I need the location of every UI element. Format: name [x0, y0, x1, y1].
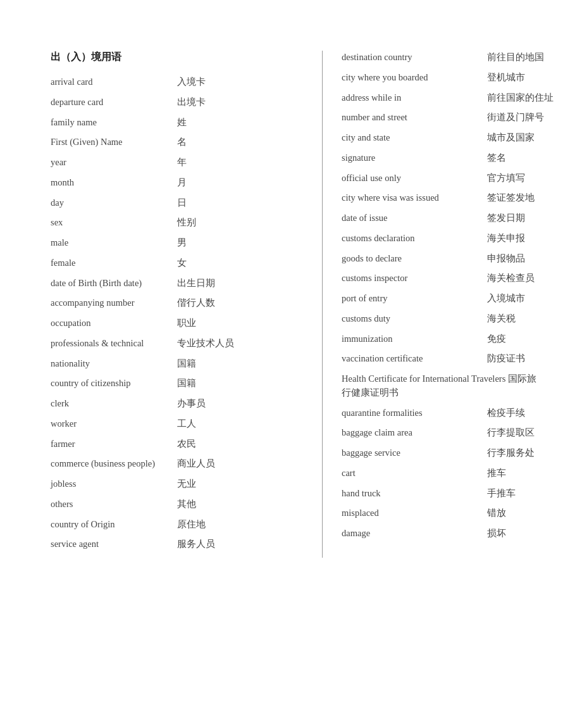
- list-item: accompanying number偕行人数: [51, 296, 303, 310]
- vocab-english: professionals & technical: [51, 337, 177, 351]
- list-item: date of Birth (Birth date)出生日期: [51, 277, 303, 291]
- vocab-english: damage: [342, 527, 487, 541]
- list-item: commerce (business people)商业人员: [51, 457, 303, 471]
- vocab-english: misplaced: [342, 506, 487, 520]
- vocab-chinese: 入境城市: [487, 292, 525, 306]
- list-item: jobless无业: [51, 477, 303, 491]
- vocab-chinese: 月: [177, 176, 187, 190]
- vocab-chinese: 办事员: [177, 397, 206, 411]
- vocab-english: hand truck: [342, 487, 487, 501]
- vocab-english: country of citizenship: [51, 377, 177, 391]
- vocab-chinese: 前往目的地国: [487, 51, 544, 65]
- list-item: departure card出境卡: [51, 96, 303, 110]
- list-item: occupation职业: [51, 317, 303, 330]
- vocab-chinese: 国籍: [177, 357, 196, 371]
- vocab-chinese: 海关检查员: [487, 272, 535, 286]
- vocab-chinese: 年: [177, 156, 187, 170]
- vocab-chinese: 行李提取区: [487, 426, 535, 440]
- vocab-english: baggage service: [342, 446, 487, 460]
- list-item: city and state城市及国家: [342, 131, 544, 145]
- vocab-english: country of Origin: [51, 518, 177, 532]
- list-item: month月: [51, 176, 303, 190]
- list-item: country of citizenship国籍: [51, 377, 303, 391]
- vocab-chinese: 登机城市: [487, 71, 525, 85]
- vocab-chinese: 姓: [177, 116, 187, 130]
- list-item: address while in前往国家的住址: [342, 91, 544, 105]
- vocab-chinese: 街道及门牌号: [487, 111, 544, 125]
- vocab-english: arrival card: [51, 75, 177, 89]
- vocab-english: date of Birth (Birth date): [51, 277, 177, 291]
- vocab-english: address while in: [342, 91, 487, 105]
- list-item: baggage service行李服务处: [342, 446, 544, 460]
- list-item: year年: [51, 156, 303, 170]
- vocab-chinese: 推车: [487, 467, 506, 480]
- vocab-english: departure card: [51, 96, 177, 110]
- vocab-english: clerk: [51, 397, 177, 411]
- list-item: others其他: [51, 498, 303, 511]
- vocab-chinese: 性别: [177, 216, 196, 230]
- vocab-english: commerce (business people): [51, 457, 177, 471]
- vocab-chinese: 签发日期: [487, 211, 525, 225]
- vocab-english: customs inspector: [342, 272, 487, 286]
- list-item: nationality国籍: [51, 357, 303, 371]
- list-item: farmer农民: [51, 437, 303, 451]
- vocab-chinese: 商业人员: [177, 457, 215, 471]
- list-item: clerk办事员: [51, 397, 303, 411]
- list-item: female女: [51, 256, 303, 270]
- vocab-chinese: 申报物品: [487, 252, 525, 266]
- vocab-english: city and state: [342, 131, 487, 145]
- vocab-english: month: [51, 176, 177, 190]
- vocab-english: vaccination certificate: [342, 352, 487, 366]
- vocab-english: city where you boarded: [342, 71, 487, 85]
- vocab-chinese: 前往国家的住址: [487, 91, 554, 105]
- list-item: customs declaration海关申报: [342, 232, 544, 246]
- vocab-english: destination country: [342, 51, 487, 65]
- vocab-chinese: 农民: [177, 437, 196, 451]
- list-item: family name姓: [51, 116, 303, 130]
- vocab-chinese: 服务人员: [177, 537, 215, 551]
- vocab-chinese: 海关申报: [487, 232, 525, 246]
- vocab-chinese: 检疫手续: [487, 406, 525, 420]
- vocab-english: jobless: [51, 477, 177, 491]
- list-item: number and street街道及门牌号: [342, 111, 544, 125]
- vocab-english: female: [51, 256, 177, 270]
- vocab-chinese: 城市及国家: [487, 131, 535, 145]
- list-item: date of issue签发日期: [342, 211, 544, 225]
- vocab-chinese: 防疫证书: [487, 352, 525, 366]
- vocab-english: accompanying number: [51, 296, 177, 310]
- vocab-english: port of entry: [342, 292, 487, 306]
- vocab-english: city where visa was issued: [342, 191, 487, 205]
- vocab-chinese: 无业: [177, 477, 196, 491]
- list-item: goods to declare申报物品: [342, 252, 544, 266]
- vocab-chinese: 免疫: [487, 332, 506, 346]
- list-item: Health Certificate for International Tra…: [342, 372, 544, 400]
- list-item: customs duty海关税: [342, 312, 544, 326]
- list-item: destination country前往目的地国: [342, 51, 544, 65]
- list-item: signature签名: [342, 151, 544, 165]
- list-item: cart推车: [342, 467, 544, 480]
- vocab-english: date of issue: [342, 211, 487, 225]
- page: 出（入）境用语 arrival card入境卡departure card出境卡…: [0, 0, 582, 608]
- vocab-chinese: 错放: [487, 506, 506, 520]
- vocab-chinese: 职业: [177, 317, 196, 330]
- vocab-chinese: 行李服务处: [487, 446, 535, 460]
- vocab-english: service agent: [51, 537, 177, 551]
- list-item: official use only官方填写: [342, 172, 544, 185]
- vocab-english: year: [51, 156, 177, 170]
- list-item: customs inspector海关检查员: [342, 272, 544, 286]
- right-column: destination country前往目的地国city where you …: [323, 51, 544, 558]
- vocab-chinese: 原住地: [177, 518, 206, 532]
- vocab-chinese: 其他: [177, 498, 196, 511]
- list-item: professionals & technical专业技术人员: [51, 337, 303, 351]
- vocab-english: baggage claim area: [342, 426, 487, 440]
- vocab-chinese: 名: [177, 135, 187, 149]
- list-item: country of Origin原住地: [51, 518, 303, 532]
- vocab-english: First (Given) Name: [51, 135, 177, 149]
- list-item: misplaced错放: [342, 506, 544, 520]
- vocab-chinese: 签名: [487, 151, 506, 165]
- vocab-english: number and street: [342, 111, 487, 125]
- vocab-english: others: [51, 498, 177, 511]
- list-item: day日: [51, 196, 303, 210]
- vocab-english: customs duty: [342, 312, 487, 326]
- vocab-chinese: 出生日期: [177, 277, 215, 291]
